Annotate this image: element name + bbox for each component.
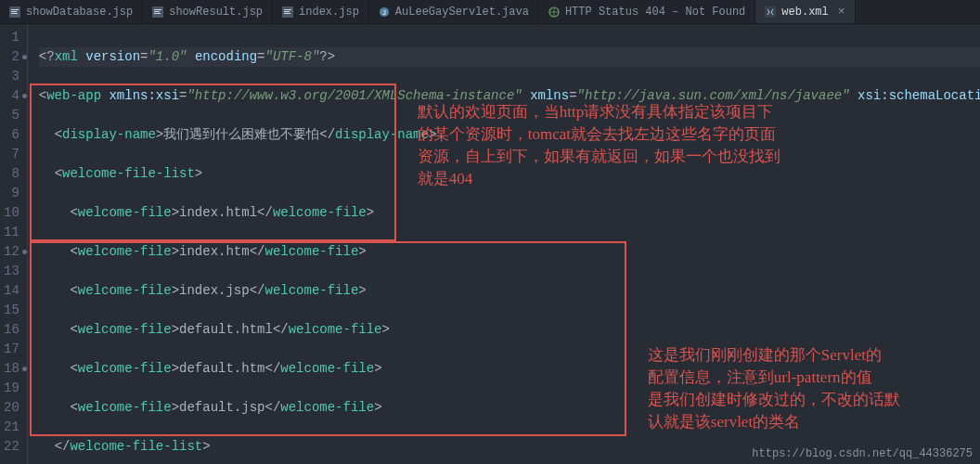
java-icon: J <box>379 6 390 18</box>
tab-index[interactable]: index.jsp <box>273 0 369 23</box>
tab-label: web.xml <box>781 6 828 19</box>
svg-rect-1 <box>11 9 19 10</box>
tab-showresult[interactable]: showResult.jsp <box>143 0 273 23</box>
close-icon[interactable]: × <box>838 5 845 19</box>
tab-label: index.jsp <box>299 6 359 19</box>
line-gutter: 1 2 3 4 5 6 7 8 9 10 11 12 13 14 15 16 1… <box>0 24 27 464</box>
svg-rect-6 <box>154 11 160 12</box>
web-icon <box>548 6 560 18</box>
annotation-text-1: 默认的欢迎页面，当http请求没有具体指定该项目下 的某个资源时，tomcat就… <box>418 101 780 190</box>
svg-rect-9 <box>284 9 291 10</box>
editor-area: 1 2 3 4 5 6 7 8 9 10 11 12 13 14 15 16 1… <box>0 24 980 464</box>
svg-rect-10 <box>284 11 290 12</box>
tab-label: AuLeeGayServlet.java <box>395 6 529 19</box>
jsp-icon <box>152 6 163 18</box>
tab-webxml[interactable]: web.xml × <box>755 0 855 23</box>
svg-rect-7 <box>154 13 161 14</box>
jsp-icon <box>282 6 293 18</box>
svg-text:J: J <box>382 9 386 17</box>
editor-tabs: showDatabase.jsp showResult.jsp index.js… <box>0 0 980 24</box>
watermark: https://blog.csdn.net/qq_44336275 <box>752 447 973 460</box>
tab-http-404[interactable]: HTTP Status 404 – Not Found <box>539 0 755 23</box>
svg-rect-11 <box>284 13 290 14</box>
svg-rect-2 <box>11 11 17 12</box>
annotation-text-2: 这是我们刚刚创建的那个Servlet的 配置信息，注意到url-pattern的… <box>648 344 900 433</box>
svg-rect-15 <box>765 6 776 18</box>
code-content[interactable]: <?xml version="1.0" encoding="UTF-8"?> <… <box>27 24 980 464</box>
svg-rect-5 <box>154 9 161 10</box>
xml-icon <box>765 6 776 18</box>
svg-rect-3 <box>11 13 18 14</box>
tab-servlet-java[interactable]: J AuLeeGayServlet.java <box>369 0 539 23</box>
tab-label: showResult.jsp <box>169 6 263 19</box>
tab-label: HTTP Status 404 – Not Found <box>565 6 745 19</box>
jsp-icon <box>9 6 20 18</box>
tab-showdatabase[interactable]: showDatabase.jsp <box>0 0 143 23</box>
tab-label: showDatabase.jsp <box>26 6 133 19</box>
